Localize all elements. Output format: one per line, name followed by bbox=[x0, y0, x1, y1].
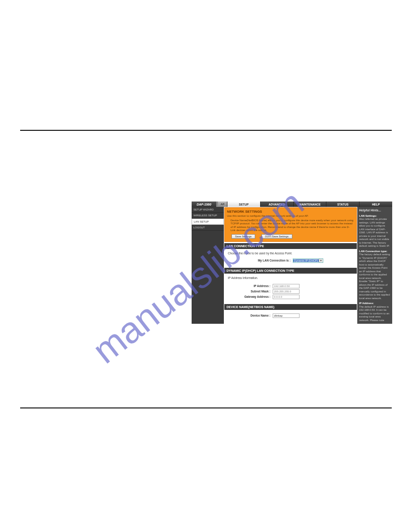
sidebar-item-setup-wizard[interactable]: SETUP WIZARD bbox=[192, 207, 224, 213]
gateway-label: Gateway Address : bbox=[228, 295, 273, 298]
dont-save-settings-button[interactable]: Don't Save Settings bbox=[261, 234, 292, 239]
gateway-input[interactable] bbox=[273, 295, 300, 299]
dropdown-arrow-icon: ▾ bbox=[319, 259, 323, 262]
tab-help[interactable]: HELP bbox=[359, 202, 392, 207]
help-lan-conn-text: The factory default setting is "Dynamic … bbox=[359, 253, 390, 300]
help-ip-text: The default IP address is 192.168.0.50. … bbox=[359, 305, 390, 322]
content-area: NETWORK SETTINGS Use this section to con… bbox=[224, 207, 357, 324]
device-name-input[interactable] bbox=[273, 313, 300, 318]
network-settings-panel: NETWORK SETTINGS Use this section to con… bbox=[224, 207, 357, 242]
subnet-mask-input[interactable] bbox=[273, 289, 300, 294]
lan-connection-label: My LAN Connection is : bbox=[258, 259, 293, 262]
tab-status[interactable]: STATUS bbox=[326, 202, 359, 207]
tab-maintenance[interactable]: MAINTENANCE bbox=[293, 202, 326, 207]
help-title: Helpful Hints... bbox=[359, 209, 390, 213]
sidebar-item-logout[interactable]: LOGOUT bbox=[192, 225, 224, 231]
sidebar: SETUP WIZARD WIRELESS SETUP LAN SETUP LO… bbox=[192, 207, 224, 324]
dhcp-section-header: DYNAMIC IP(DHCP) LAN CONNECTION TYPE bbox=[224, 268, 357, 274]
network-settings-desc1: Use this section to configure the intern… bbox=[227, 215, 354, 218]
lan-connection-type-header: LAN CONNECTION TYPE bbox=[224, 243, 357, 249]
sidebar-item-lan-setup[interactable]: LAN SETUP bbox=[192, 219, 224, 225]
help-panel: Helpful Hints... LAN Settings: Also refe… bbox=[357, 207, 392, 324]
help-lan-settings-text: Also referred as private settings. LAN s… bbox=[359, 218, 390, 248]
save-settings-button[interactable]: Save Settings bbox=[231, 234, 255, 239]
lan-connection-select[interactable]: Dynamic IP (DHCP) ▾ bbox=[293, 258, 323, 263]
product-label: DAP-1560 bbox=[192, 202, 216, 207]
lan-connection-desc: Choose the mode to be used by the Access… bbox=[228, 252, 353, 255]
sidebar-item-wireless-setup[interactable]: WIRELESS SETUP bbox=[192, 213, 224, 219]
help-lan-settings-h: LAN Settings: bbox=[359, 215, 390, 218]
router-admin-ui: DAP-1560 AP SETUP ADVANCED MAINTENANCE S… bbox=[192, 202, 392, 324]
dhcp-desc: IP Address Information. bbox=[228, 276, 353, 279]
mode-label: AP bbox=[218, 202, 227, 207]
network-settings-title: NETWORK SETTINGS bbox=[227, 210, 354, 214]
device-name-label: Device Name : bbox=[228, 314, 273, 317]
network-settings-desc2: Device Name(NetBIOS Name) allows you to … bbox=[227, 219, 354, 232]
ip-address-label: IP Address : bbox=[228, 284, 273, 287]
tab-advanced[interactable]: ADVANCED bbox=[260, 202, 293, 207]
help-lan-conn-h: LAN Connection type: bbox=[359, 250, 390, 253]
lan-connection-value: Dynamic IP (DHCP) bbox=[293, 259, 319, 262]
device-name-header: DEVICE NAME(NETBIOS NAME) bbox=[224, 304, 357, 310]
subnet-mask-label: Subnet Mask : bbox=[228, 290, 273, 293]
help-ip-h: IP Address: bbox=[359, 302, 390, 305]
ip-address-input[interactable] bbox=[273, 284, 300, 288]
tab-setup[interactable]: SETUP bbox=[227, 202, 260, 207]
